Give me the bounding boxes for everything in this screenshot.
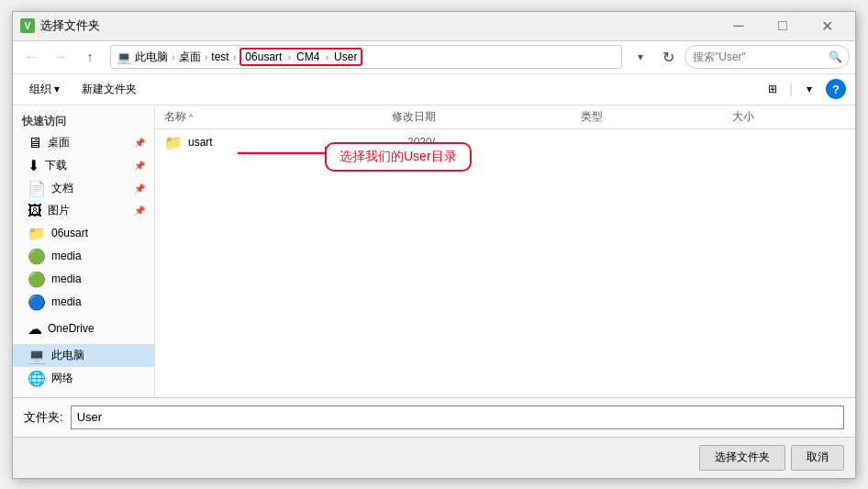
sidebar-item-network-label: 网络 [51, 371, 73, 386]
table-row[interactable]: 📁 usart 2020/ [155, 129, 855, 156]
up-button[interactable]: ↑ [77, 44, 103, 70]
addr-part-0: 此电脑 [135, 50, 168, 65]
back-button[interactable]: ← [18, 44, 44, 70]
media1-icon: 🟢 [28, 248, 46, 265]
titlebar-buttons: ─ □ ✕ [718, 11, 848, 40]
media3-icon: 🔵 [28, 294, 46, 311]
view-dropdown-button[interactable]: ▾ [796, 77, 822, 101]
sidebar-item-media3[interactable]: 🔵 media [13, 291, 154, 314]
sidebar-item-desktop[interactable]: 🖥 桌面 📌 [13, 132, 154, 154]
sidebar: 快速访问 🖥 桌面 📌 ⬇ 下载 📌 📄 文档 📌 🖼 [13, 106, 155, 397]
file-list-header: 名称^ 修改日期 类型 大小 [155, 106, 855, 129]
folder-06usart-icon: 📁 [28, 225, 46, 242]
organize-button[interactable]: 组织 ▾ [22, 77, 67, 101]
sidebar-item-pictures[interactable]: 🖼 图片 📌 [13, 200, 154, 222]
sidebar-item-06usart-label: 06usart [51, 227, 88, 239]
addr-part-1: 桌面 [179, 50, 201, 65]
search-input[interactable] [684, 45, 850, 69]
sidebar-section-quick-access: 快速访问 🖥 桌面 📌 ⬇ 下载 📌 📄 文档 📌 🖼 [13, 111, 154, 314]
sidebar-item-documents-label: 文档 [51, 181, 73, 196]
address-dropdown-button[interactable]: ▾ [629, 45, 651, 69]
folder-input[interactable] [71, 406, 844, 429]
address-toolbar: ← → ↑ 💻 此电脑 › 桌面 › test › 06usart › CM4 … [13, 41, 855, 74]
addr-part-2: test [211, 50, 228, 63]
documents-icon: 📄 [28, 180, 46, 197]
network-icon: 🌐 [28, 370, 46, 387]
main-content: 快速访问 🖥 桌面 📌 ⬇ 下载 📌 📄 文档 📌 🖼 [13, 106, 855, 397]
sidebar-item-network[interactable]: 🌐 网络 [13, 367, 154, 390]
sidebar-item-downloads-label: 下载 [45, 158, 67, 173]
sidebar-item-documents[interactable]: 📄 文档 📌 [13, 177, 154, 200]
sidebar-item-06usart[interactable]: 📁 06usart [13, 222, 154, 245]
sidebar-header-quick-access: 快速访问 [13, 111, 154, 132]
action-bar: 选择文件夹 取消 [13, 437, 855, 478]
onedrive-icon: ☁ [28, 320, 42, 338]
close-button[interactable]: ✕ [806, 11, 848, 40]
address-highlight-section: 06usart › CM4 › User [239, 48, 362, 66]
maximize-button[interactable]: □ [762, 11, 804, 40]
thispc-icon: 💻 [28, 347, 46, 364]
pin-icon-2: 📌 [134, 161, 145, 171]
sidebar-item-media2-label: media [51, 272, 82, 285]
pictures-icon: 🖼 [28, 203, 42, 219]
titlebar: V 选择文件夹 ─ □ ✕ [13, 12, 855, 41]
sidebar-item-media2[interactable]: 🟢 media [13, 268, 154, 291]
sidebar-section-onedrive: ☁ OneDrive [13, 317, 154, 340]
select-folder-button[interactable]: 选择文件夹 [699, 445, 785, 471]
computer-icon: 💻 [117, 50, 131, 64]
media2-icon: 🟢 [28, 271, 46, 288]
cancel-button[interactable]: 取消 [791, 445, 844, 471]
sidebar-item-pictures-label: 图片 [48, 203, 70, 218]
folder-label: 文件夹: [24, 409, 63, 426]
file-list: 名称^ 修改日期 类型 大小 📁 usart 2020/ [155, 106, 855, 397]
sidebar-section-thispc: 💻 此电脑 🌐 网络 [13, 344, 154, 390]
addr-part-3: 06usart [245, 50, 282, 63]
titlebar-title: 选择文件夹 [40, 17, 718, 34]
help-button[interactable]: ? [826, 79, 846, 99]
toolbar2-right: ⊞ | ▾ ? [760, 77, 846, 101]
view-divider: | [789, 82, 793, 96]
desktop-icon: 🖥 [28, 135, 42, 151]
folder-icon: 📁 [164, 134, 183, 151]
address-bar[interactable]: 💻 此电脑 › 桌面 › test › 06usart › CM4 › User [110, 45, 622, 69]
addr-part-4: CM4 [296, 50, 319, 63]
sidebar-item-onedrive[interactable]: ☁ OneDrive [13, 317, 154, 340]
sidebar-item-thispc[interactable]: 💻 此电脑 [13, 344, 154, 367]
download-icon: ⬇ [28, 157, 39, 174]
addr-part-5: User [334, 50, 357, 63]
sidebar-item-onedrive-label: OneDrive [48, 322, 95, 335]
sidebar-item-thispc-label: 此电脑 [51, 348, 84, 363]
sidebar-item-media3-label: media [51, 295, 82, 308]
pin-icon-3: 📌 [134, 183, 145, 194]
bottom-bar: 文件夹: [13, 397, 855, 437]
dialog-window: V 选择文件夹 ─ □ ✕ ← → ↑ 💻 此电脑 › 桌面 › test › … [12, 11, 856, 479]
sidebar-item-downloads[interactable]: ⬇ 下载 📌 [13, 154, 154, 177]
file-name-usart: usart [188, 136, 407, 149]
col-header-date[interactable]: 修改日期 [392, 109, 581, 125]
col-header-name[interactable]: 名称^ [164, 109, 392, 125]
pin-icon: 📌 [134, 138, 145, 148]
sidebar-item-desktop-label: 桌面 [48, 135, 70, 150]
col-header-type[interactable]: 类型 [581, 109, 732, 125]
new-folder-button[interactable]: 新建文件夹 [74, 77, 144, 101]
file-date-usart: 2020/ [407, 136, 590, 149]
sidebar-item-media1-label: media [51, 250, 82, 262]
search-wrap: 🔍 [684, 45, 850, 69]
forward-button[interactable]: → [48, 44, 73, 70]
refresh-button[interactable]: ↻ [655, 44, 681, 70]
pin-icon-4: 📌 [134, 206, 145, 216]
view-button[interactable]: ⊞ [760, 77, 785, 101]
second-toolbar: 组织 ▾ 新建文件夹 ⊞ | ▾ ? [13, 74, 855, 106]
titlebar-icon: V [20, 18, 35, 33]
address-parts: 此电脑 › 桌面 › test › 06usart › CM4 › User [135, 48, 362, 66]
col-header-size[interactable]: 大小 [732, 109, 846, 125]
sidebar-item-media1[interactable]: 🟢 media [13, 245, 154, 268]
minimize-button[interactable]: ─ [718, 11, 760, 40]
